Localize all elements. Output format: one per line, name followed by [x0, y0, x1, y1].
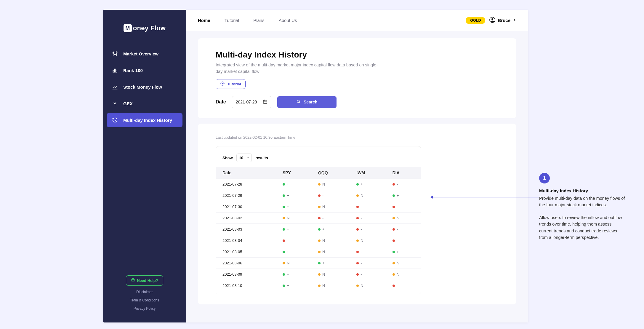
tutorial-button[interactable]: Tutorial: [216, 79, 246, 89]
cell-signal: N: [352, 190, 388, 201]
cell-signal: -: [352, 201, 388, 212]
th-spy: SPY: [278, 167, 313, 179]
history-icon: [112, 117, 118, 123]
table-card: Last updated on 2022-02-01 10:30 Eastern…: [198, 124, 516, 304]
topnav-about[interactable]: About Us: [279, 18, 297, 23]
status-dot-icon: [356, 239, 359, 242]
status-dot-icon: [318, 217, 321, 219]
logo-text: oney Flow: [133, 24, 166, 32]
help-label: Need Help?: [137, 278, 158, 283]
status-dot-icon: [393, 194, 395, 197]
cell-signal: -: [352, 212, 388, 223]
status-dot-icon: [283, 206, 285, 208]
svg-rect-6: [113, 70, 114, 72]
tutorial-label: Tutorial: [227, 82, 241, 86]
sidebar-item-label: Rank 100: [123, 68, 143, 73]
status-dot-icon: [318, 206, 321, 208]
cell-signal: -: [352, 257, 388, 269]
signal-value: +: [287, 283, 289, 288]
topnav-home[interactable]: Home: [198, 18, 210, 23]
need-help-button[interactable]: Need Help?: [126, 275, 163, 286]
sidebar-item-label: Stock Money Flow: [123, 84, 162, 90]
sidebar-item-multi-day-index-history[interactable]: Multi-day Index History: [107, 113, 182, 127]
cell-signal: +: [388, 190, 421, 201]
status-dot-icon: [356, 206, 359, 208]
signal-value: -: [361, 261, 362, 265]
user-area: GOLD Bruce: [466, 17, 516, 24]
cell-signal: N: [388, 257, 421, 269]
user-avatar-icon: [489, 17, 495, 24]
sidebar-item-label: Multi-day Index History: [123, 118, 172, 123]
sidebar-item-market-overview[interactable]: Market Overview: [107, 47, 182, 61]
signal-value: N: [322, 283, 325, 288]
table-row: 2021-08-06N+-N: [216, 257, 421, 269]
search-label: Search: [304, 100, 318, 104]
cell-signal: +: [278, 179, 313, 190]
signal-value: -: [361, 205, 362, 209]
table-row: 2021-08-09+N-N: [216, 269, 421, 280]
svg-point-3: [114, 54, 115, 55]
annotation-paragraph: Allow users to review the inflow and out…: [539, 214, 625, 241]
topnav-tutorial[interactable]: Tutorial: [225, 18, 239, 23]
svg-point-1: [113, 52, 114, 53]
cell-date: 2021-08-04: [216, 235, 278, 246]
sidebar-nav: Market Overview Rank 100 Stock Money Flo…: [103, 47, 186, 127]
footer-link-disclaimer[interactable]: Disclaimer: [136, 290, 153, 294]
signal-value: -: [322, 193, 323, 198]
logo: M oney Flow: [103, 24, 186, 32]
table-row: 2021-08-02N--N: [216, 212, 421, 223]
signal-value: N: [322, 205, 325, 209]
date-input[interactable]: 2021-07-28: [232, 96, 272, 108]
annotation-connector: [432, 197, 539, 197]
cell-signal: -: [388, 235, 421, 246]
status-dot-icon: [356, 217, 359, 219]
cell-signal: -: [278, 235, 313, 246]
svg-marker-15: [222, 83, 223, 84]
topnav-plans[interactable]: Plans: [253, 18, 265, 23]
footer-link-terms[interactable]: Term & Conditions: [130, 298, 159, 302]
status-dot-icon: [356, 194, 359, 197]
th-dia: DIA: [388, 167, 421, 179]
signal-value: +: [361, 182, 363, 186]
table-row: 2021-07-29+-N+: [216, 190, 421, 201]
cell-date: 2021-08-09: [216, 269, 278, 280]
cell-signal: N: [388, 269, 421, 280]
status-dot-icon: [393, 228, 395, 231]
page-size-select[interactable]: 10: [236, 154, 252, 162]
sidebar: M oney Flow Market Overview Rank 100: [103, 10, 186, 322]
topnav: Home Tutorial Plans About Us: [198, 18, 297, 23]
gamma-icon: [112, 100, 118, 106]
chevron-right-icon: [513, 18, 516, 23]
status-dot-icon: [393, 217, 395, 219]
signal-value: N: [287, 216, 289, 220]
cell-signal: -: [388, 201, 421, 212]
sidebar-item-label: GEX: [123, 101, 133, 106]
cell-signal: N: [313, 201, 352, 212]
app-frame: M oney Flow Market Overview Rank 100: [103, 10, 528, 322]
sidebar-item-rank-100[interactable]: Rank 100: [107, 63, 182, 77]
search-icon: [297, 100, 301, 105]
annotation-paragraph: Provide multi-day data on the money flow…: [539, 195, 625, 208]
cell-signal: +: [278, 201, 313, 212]
sidebar-item-gex[interactable]: GEX: [107, 96, 182, 111]
show-value: 10: [239, 156, 243, 160]
footer-link-privacy[interactable]: Privacy Policy: [134, 306, 156, 311]
topbar: Home Tutorial Plans About Us GOLD Bruce: [186, 10, 528, 31]
sidebar-item-stock-money-flow[interactable]: Stock Money Flow: [107, 80, 182, 94]
cell-date: 2021-08-02: [216, 212, 278, 223]
signal-value: N: [322, 272, 325, 277]
signal-value: -: [397, 283, 398, 288]
status-dot-icon: [283, 273, 285, 276]
cell-signal: -: [388, 179, 421, 190]
signal-value: -: [361, 272, 362, 277]
signal-value: -: [322, 216, 323, 220]
table-row: 2021-07-30+N--: [216, 201, 421, 212]
status-dot-icon: [283, 251, 285, 253]
status-dot-icon: [283, 228, 285, 231]
status-dot-icon: [283, 217, 285, 219]
cell-signal: +: [313, 223, 352, 235]
signal-value: N: [322, 250, 325, 254]
search-button[interactable]: Search: [277, 96, 337, 108]
user-menu[interactable]: Bruce: [489, 17, 516, 24]
status-dot-icon: [393, 285, 395, 287]
